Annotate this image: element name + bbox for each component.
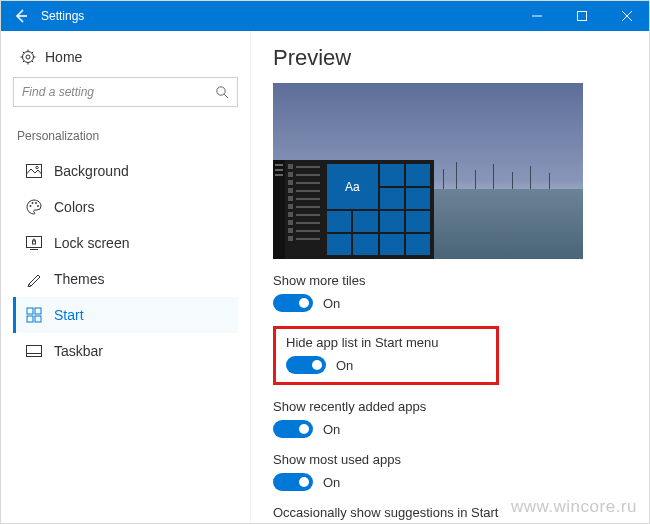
- toggle-state: On: [323, 296, 340, 311]
- maximize-icon: [577, 11, 587, 21]
- back-button[interactable]: [1, 1, 41, 31]
- svg-rect-25: [33, 241, 36, 244]
- sidebar-item-label: Taskbar: [54, 343, 103, 359]
- svg-line-12: [32, 61, 33, 62]
- svg-point-15: [217, 87, 225, 95]
- svg-point-21: [35, 202, 37, 204]
- sidebar-item-label: Background: [54, 163, 129, 179]
- close-button[interactable]: [604, 1, 649, 31]
- lockscreen-icon: [22, 236, 46, 250]
- setting-label: Hide app list in Start menu: [286, 335, 486, 350]
- gear-icon: [17, 49, 39, 65]
- setting-label: Show more tiles: [273, 273, 649, 288]
- watermark: www.wincore.ru: [511, 497, 637, 517]
- search-icon: [215, 85, 229, 99]
- svg-point-6: [26, 55, 30, 59]
- svg-line-13: [23, 61, 24, 62]
- setting-recently-added: Show recently added apps On: [273, 399, 649, 438]
- category-label: Personalization: [13, 129, 238, 143]
- svg-rect-26: [27, 308, 33, 314]
- svg-rect-2: [577, 12, 586, 21]
- minimize-button[interactable]: [514, 1, 559, 31]
- sidebar-item-lock-screen[interactable]: Lock screen: [13, 225, 238, 261]
- start-icon: [22, 307, 46, 323]
- svg-point-18: [36, 166, 38, 168]
- preview-tile-aa: Aa: [327, 164, 378, 208]
- sidebar: Home Find a setting Personalization Back…: [1, 31, 251, 523]
- setting-hide-app-list: Hide app list in Start menu On: [286, 335, 486, 374]
- svg-point-19: [30, 205, 32, 207]
- sidebar-item-start[interactable]: Start: [13, 297, 238, 333]
- main-panel: Preview: [251, 31, 649, 523]
- search-placeholder: Find a setting: [22, 85, 215, 99]
- start-preview-image: Aa: [273, 83, 583, 259]
- client-area: Home Find a setting Personalization Back…: [1, 31, 649, 523]
- svg-point-20: [32, 202, 34, 204]
- sidebar-item-colors[interactable]: Colors: [13, 189, 238, 225]
- themes-icon: [22, 271, 46, 287]
- setting-show-more-tiles: Show more tiles On: [273, 273, 649, 312]
- window-title: Settings: [41, 9, 84, 23]
- toggle-state: On: [336, 358, 353, 373]
- taskbar-icon: [22, 345, 46, 357]
- svg-rect-29: [35, 316, 41, 322]
- home-button[interactable]: Home: [13, 43, 238, 71]
- svg-line-16: [224, 94, 228, 98]
- toggle-recently-added[interactable]: [273, 420, 313, 438]
- svg-rect-27: [35, 308, 41, 314]
- arrow-left-icon: [13, 8, 29, 24]
- toggle-show-more-tiles[interactable]: [273, 294, 313, 312]
- sidebar-item-label: Start: [54, 307, 84, 323]
- search-input[interactable]: Find a setting: [13, 77, 238, 107]
- home-label: Home: [45, 49, 82, 65]
- sidebar-item-background[interactable]: Background: [13, 153, 238, 189]
- sidebar-item-label: Themes: [54, 271, 105, 287]
- highlight-annotation: Hide app list in Start menu On: [273, 326, 499, 385]
- svg-line-11: [23, 52, 24, 53]
- maximize-button[interactable]: [559, 1, 604, 31]
- svg-rect-31: [27, 354, 42, 357]
- svg-point-22: [37, 205, 39, 207]
- close-icon: [622, 11, 632, 21]
- start-menu-preview: Aa: [273, 160, 434, 259]
- sidebar-item-label: Lock screen: [54, 235, 129, 251]
- toggle-hide-app-list[interactable]: [286, 356, 326, 374]
- setting-label: Show most used apps: [273, 452, 649, 467]
- picture-icon: [22, 164, 46, 178]
- sidebar-item-label: Colors: [54, 199, 94, 215]
- sidebar-item-taskbar[interactable]: Taskbar: [13, 333, 238, 369]
- svg-line-14: [32, 52, 33, 53]
- minimize-icon: [532, 11, 542, 21]
- setting-label: Show recently added apps: [273, 399, 649, 414]
- palette-icon: [22, 199, 46, 215]
- svg-rect-30: [27, 346, 42, 357]
- toggle-state: On: [323, 475, 340, 490]
- title-bar: Settings: [1, 1, 649, 31]
- svg-rect-28: [27, 316, 33, 322]
- setting-most-used: Show most used apps On: [273, 452, 649, 491]
- toggle-most-used[interactable]: [273, 473, 313, 491]
- svg-rect-23: [27, 237, 42, 248]
- page-title: Preview: [273, 45, 649, 71]
- toggle-state: On: [323, 422, 340, 437]
- sidebar-item-themes[interactable]: Themes: [13, 261, 238, 297]
- window-controls: [514, 1, 649, 31]
